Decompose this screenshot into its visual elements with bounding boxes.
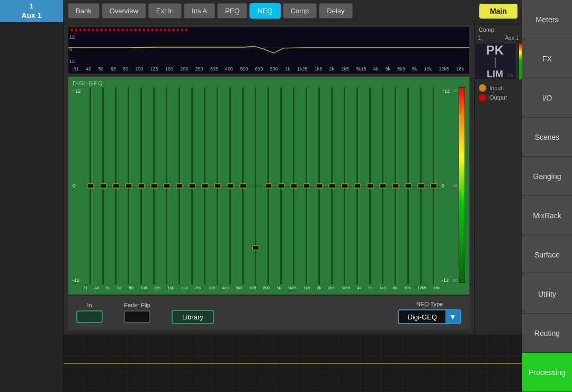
geq-fader-col[interactable]: [110, 87, 122, 284]
geq-fader-track[interactable]: [217, 87, 218, 284]
geq-fader-track[interactable]: [420, 87, 422, 284]
geq-fader-col[interactable]: [173, 87, 185, 284]
geq-fader-track[interactable]: [128, 87, 129, 284]
geq-fader-handle[interactable]: [100, 184, 106, 189]
nav-comp[interactable]: Comp: [283, 3, 317, 19]
sidebar-btn-io[interactable]: I/O: [522, 78, 572, 118]
geq-fader-col[interactable]: [415, 87, 427, 284]
geq-fader-track[interactable]: [331, 87, 333, 284]
geq-fader-handle[interactable]: [239, 184, 246, 189]
geq-fader-track[interactable]: [229, 87, 231, 284]
fader-flip-button[interactable]: [124, 310, 150, 323]
geq-fader-col[interactable]: [402, 87, 414, 284]
sidebar-btn-scenes[interactable]: Scenes: [522, 118, 572, 157]
geq-fader-handle[interactable]: [405, 184, 412, 189]
geq-fader-track[interactable]: [395, 87, 396, 284]
geq-fader-handle[interactable]: [290, 184, 297, 189]
geq-fader-col[interactable]: [262, 87, 274, 284]
geq-fader-handle[interactable]: [227, 184, 234, 189]
geq-fader-handle[interactable]: [125, 184, 132, 189]
geq-fader-col[interactable]: [199, 87, 211, 284]
sidebar-btn-routing[interactable]: Routing: [522, 314, 572, 353]
geq-fader-col[interactable]: [84, 87, 96, 284]
geq-fader-handle[interactable]: [341, 184, 348, 189]
geq-fader-track[interactable]: [356, 87, 358, 284]
nav-bank[interactable]: Bank: [68, 3, 100, 19]
geq-fader-track[interactable]: [166, 87, 167, 284]
geq-fader-handle[interactable]: [417, 184, 424, 189]
geq-fader-track[interactable]: [255, 87, 256, 284]
geq-fader-col[interactable]: [148, 87, 160, 284]
nav-peq[interactable]: PEQ: [217, 3, 247, 19]
library-button[interactable]: Library: [172, 310, 214, 324]
geq-fader-col[interactable]: [249, 87, 262, 284]
geq-fader-track[interactable]: [102, 87, 104, 284]
geq-fader-track[interactable]: [280, 87, 282, 284]
nav-ext-in[interactable]: Ext In: [148, 3, 182, 19]
geq-fader-handle[interactable]: [87, 184, 94, 189]
nav-overview[interactable]: Overview: [102, 3, 146, 19]
geq-fader-track[interactable]: [140, 87, 142, 284]
geq-fader-handle[interactable]: [316, 184, 323, 189]
nav-neq[interactable]: NEQ: [249, 3, 280, 19]
geq-fader-track[interactable]: [293, 87, 294, 284]
sidebar-btn-meters[interactable]: Meters: [522, 0, 572, 39]
nav-ins-a[interactable]: Ins A: [184, 3, 215, 19]
geq-fader-col[interactable]: [122, 87, 135, 284]
geq-fader-handle[interactable]: [252, 246, 259, 251]
geq-fader-handle[interactable]: [138, 184, 145, 189]
sidebar-btn-surface[interactable]: Surface: [522, 235, 572, 274]
geq-fader-handle[interactable]: [278, 184, 284, 189]
geq-fader-track[interactable]: [90, 87, 91, 284]
geq-fader-handle[interactable]: [430, 184, 437, 189]
geq-fader-handle[interactable]: [189, 184, 195, 189]
sidebar-btn-mixrack[interactable]: MixRack: [522, 196, 572, 235]
geq-fader-track[interactable]: [344, 87, 345, 284]
geq-fader-handle[interactable]: [150, 184, 157, 189]
geq-fader-track[interactable]: [407, 87, 409, 284]
geq-fader-handle[interactable]: [379, 184, 386, 189]
geq-fader-col[interactable]: [326, 87, 338, 284]
geq-fader-track[interactable]: [178, 87, 180, 284]
geq-fader-handle[interactable]: [163, 184, 170, 189]
geq-fader-col[interactable]: [364, 87, 376, 284]
in-button[interactable]: [76, 310, 103, 323]
geq-fader-col[interactable]: [427, 87, 440, 284]
geq-fader-track[interactable]: [369, 87, 371, 284]
sidebar-btn-ganging[interactable]: Ganging: [522, 157, 572, 196]
geq-fader-col[interactable]: [186, 87, 198, 284]
geq-fader-col[interactable]: [211, 87, 224, 284]
geq-fader-col[interactable]: [288, 87, 300, 284]
geq-fader-handle[interactable]: [392, 184, 399, 189]
nav-delay[interactable]: Delay: [319, 3, 352, 19]
geq-fader-col[interactable]: [224, 87, 236, 284]
geq-fader-track[interactable]: [318, 87, 320, 284]
geq-fader-col[interactable]: [300, 87, 312, 284]
neq-type-select[interactable]: Digi-GEQ ▼: [398, 309, 461, 324]
geq-fader-handle[interactable]: [176, 184, 183, 189]
geq-fader-track[interactable]: [382, 87, 383, 284]
sidebar-btn-fx[interactable]: FX: [522, 39, 572, 78]
geq-fader-col[interactable]: [237, 87, 249, 284]
geq-fader-handle[interactable]: [303, 184, 310, 189]
geq-fader-handle[interactable]: [201, 184, 208, 189]
geq-fader-track[interactable]: [115, 87, 117, 284]
geq-fader-col[interactable]: [389, 87, 401, 284]
geq-fader-track[interactable]: [433, 87, 434, 284]
geq-fader-col[interactable]: [97, 87, 109, 284]
geq-fader-handle[interactable]: [214, 184, 221, 189]
geq-fader-col[interactable]: [275, 87, 287, 284]
geq-fader-handle[interactable]: [265, 184, 272, 189]
geq-fader-col[interactable]: [377, 87, 389, 284]
geq-fader-track[interactable]: [267, 87, 269, 284]
geq-fader-track[interactable]: [242, 87, 244, 284]
geq-fader-handle[interactable]: [112, 184, 119, 189]
geq-fader-col[interactable]: [351, 87, 363, 284]
geq-fader-track[interactable]: [153, 87, 155, 284]
geq-fader-track[interactable]: [306, 87, 307, 284]
geq-fader-handle[interactable]: [328, 184, 335, 189]
geq-fader-track[interactable]: [191, 87, 193, 284]
geq-fader-col[interactable]: [313, 87, 325, 284]
geq-fader-col[interactable]: [135, 87, 147, 284]
geq-fader-track[interactable]: [204, 87, 205, 284]
